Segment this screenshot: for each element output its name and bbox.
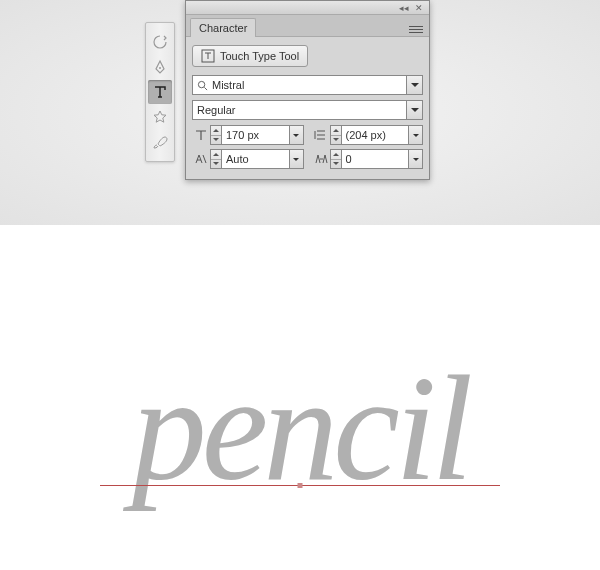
rotate-tool-icon[interactable] xyxy=(148,30,172,54)
character-panel: ◂◂ ✕ Character Touch Type Tool Mistral xyxy=(185,0,430,180)
svg-point-0 xyxy=(159,67,161,69)
workspace-top: ◂◂ ✕ Character Touch Type Tool Mistral xyxy=(0,0,600,225)
font-family-value: Mistral xyxy=(212,79,244,91)
baseline-handle-icon[interactable] xyxy=(298,483,303,488)
svg-line-3 xyxy=(204,87,207,90)
pen-tool-icon[interactable] xyxy=(148,55,172,79)
panel-tabs: Character xyxy=(186,15,429,37)
svg-point-2 xyxy=(198,81,204,87)
font-style-input[interactable]: Regular xyxy=(192,100,407,120)
panel-body: Touch Type Tool Mistral Regular xyxy=(186,37,429,179)
kerning-icon xyxy=(192,152,210,166)
font-size-stepper[interactable] xyxy=(210,125,222,145)
font-size-input[interactable]: 170 px xyxy=(222,125,290,145)
artboard[interactable]: pencil xyxy=(0,225,600,570)
tracking-icon xyxy=(312,152,330,166)
leading-input[interactable]: (204 px) xyxy=(342,125,410,145)
tab-character[interactable]: Character xyxy=(190,18,256,37)
tracking-input[interactable]: 0 xyxy=(342,149,410,169)
font-style-value: Regular xyxy=(197,104,236,116)
leading-stepper[interactable] xyxy=(330,125,342,145)
touch-type-label: Touch Type Tool xyxy=(220,50,299,62)
panel-header: ◂◂ ✕ xyxy=(186,1,429,15)
collapse-icon[interactable]: ◂◂ xyxy=(399,3,409,13)
kerning-dropdown[interactable] xyxy=(290,149,304,169)
kerning-stepper[interactable] xyxy=(210,149,222,169)
star-tool-icon[interactable] xyxy=(148,105,172,129)
brush-tool-icon[interactable] xyxy=(148,130,172,154)
leading-icon xyxy=(312,128,330,142)
type-tool-icon[interactable] xyxy=(148,80,172,104)
kerning-input[interactable]: Auto xyxy=(222,149,290,169)
tracking-dropdown[interactable] xyxy=(409,149,423,169)
leading-dropdown[interactable] xyxy=(409,125,423,145)
search-icon xyxy=(197,80,208,91)
text-baseline[interactable] xyxy=(100,485,500,486)
font-style-dropdown[interactable] xyxy=(407,100,423,120)
close-icon[interactable]: ✕ xyxy=(415,3,423,13)
toolbox xyxy=(145,22,175,162)
touch-type-icon xyxy=(201,49,215,63)
touch-type-tool-button[interactable]: Touch Type Tool xyxy=(192,45,308,67)
tracking-stepper[interactable] xyxy=(330,149,342,169)
font-family-dropdown[interactable] xyxy=(407,75,423,95)
font-size-dropdown[interactable] xyxy=(290,125,304,145)
panel-menu-icon[interactable] xyxy=(409,22,425,36)
font-family-input[interactable]: Mistral xyxy=(192,75,407,95)
font-size-icon xyxy=(192,128,210,142)
